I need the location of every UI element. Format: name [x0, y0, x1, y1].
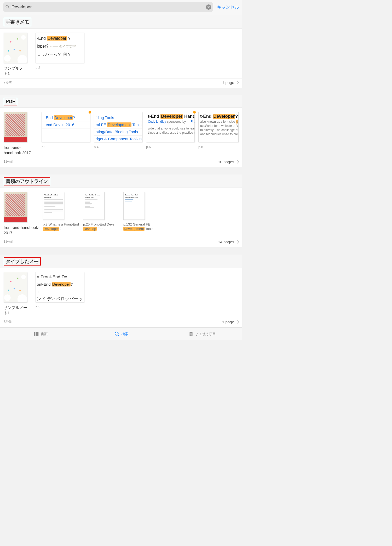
- grid-icon: [33, 331, 39, 337]
- section-label: PDF: [4, 98, 17, 105]
- snippet-page: p.8: [198, 145, 239, 149]
- item-time: 7秒前: [4, 80, 12, 85]
- chevron-right-icon: [236, 240, 239, 244]
- tab-label: 書類: [41, 332, 48, 336]
- badge-dot-icon: [193, 111, 196, 114]
- search-bar: キャンセル: [0, 0, 242, 15]
- result-snippet[interactable]: What Is a Front-End Developer? p.8 What …: [43, 192, 79, 231]
- result-snippet[interactable]: t-End Developer? t-end Dev in 2016 ... p…: [42, 112, 90, 149]
- pdf-title: front-end-handbook-2017: [4, 225, 39, 235]
- pdf-title: front-end-handbook-2017: [4, 145, 38, 155]
- svg-rect-6: [37, 332, 38, 334]
- result-item[interactable]: front-end-handbook-2017: [4, 192, 39, 235]
- snippet-preview: t-End Developer Hand Cody Lindley sponso…: [146, 112, 195, 142]
- result-snippet[interactable]: t-End Developer Hand Cody Lindley sponso…: [146, 112, 195, 149]
- result-snippet[interactable]: t-End Developer? also known as client-si…: [198, 112, 239, 149]
- result-snippet[interactable]: -End Developer ? loper? ←── タイプ文字 ロッパーって…: [36, 33, 84, 70]
- result-item[interactable]: サンプルノート1: [4, 33, 27, 76]
- pdf-thumbnail: [4, 112, 27, 142]
- tab-label: よく使う項目: [195, 332, 216, 336]
- section-label: 手書きメモ: [4, 18, 31, 26]
- page-count: 110 pages: [216, 160, 234, 164]
- page-count: 1 page: [222, 320, 234, 324]
- chevron-right-icon: [236, 160, 239, 164]
- section-footer[interactable]: 11分前 14 pages: [0, 238, 242, 247]
- snippet-page: p.6: [146, 145, 195, 149]
- result-snippet[interactable]: Front-End Developers Develop For... p.25…: [83, 192, 120, 231]
- svg-rect-5: [36, 332, 37, 334]
- svg-rect-9: [37, 334, 38, 336]
- chevron-right-icon: [236, 320, 239, 324]
- snippet-page: p.2: [36, 305, 84, 309]
- svg-rect-8: [36, 334, 37, 336]
- item-time: 11分前: [4, 240, 13, 244]
- result-item[interactable]: front-end-handbook-2017: [4, 112, 38, 155]
- snippet-page: p.4: [94, 145, 142, 149]
- search-field[interactable]: [3, 2, 213, 12]
- section-label: 書類のアウトライン: [4, 177, 50, 185]
- close-icon: [207, 6, 210, 8]
- tab-bar: 書類 検索 よく使う項目: [0, 327, 242, 340]
- chevron-right-icon: [236, 81, 239, 84]
- snippet-preview: t-End Developer? t-end Dev in 2016 ...: [42, 112, 90, 142]
- section-header-pdf: PDF: [0, 95, 242, 108]
- snippet-preview: t-End Developer? also known as client-si…: [198, 112, 239, 142]
- tab-documents[interactable]: 書類: [0, 328, 81, 340]
- search-icon: [5, 5, 10, 9]
- cancel-button[interactable]: キャンセル: [217, 4, 239, 10]
- section-footer[interactable]: 11分前 110 pages: [0, 158, 242, 167]
- item-time: 11分前: [4, 160, 13, 164]
- item-time: 5秒前: [4, 320, 12, 324]
- snippet-caption: p.25 Front-End Devs Develop For...: [83, 222, 120, 231]
- star-bookmark-icon: [188, 331, 194, 337]
- svg-rect-7: [34, 334, 35, 336]
- tab-search[interactable]: 検索: [81, 328, 162, 340]
- page-count: 14 pages: [218, 240, 234, 244]
- snippet-page: p.2: [42, 145, 90, 149]
- clear-search-button[interactable]: [206, 4, 211, 10]
- section-header-outline: 書類のアウトライン: [0, 175, 242, 188]
- svg-point-0: [6, 5, 9, 8]
- snippet-page: p.2: [36, 66, 84, 70]
- result-snippet[interactable]: a Front-End De ont-End Developer? ←── ンド…: [36, 272, 84, 309]
- section-footer[interactable]: 5秒前 1 page: [0, 318, 242, 327]
- snippet-preview: What Is a Front-End Developer?: [43, 192, 64, 220]
- result-snippet[interactable]: General Front-End Development Tools p.13…: [123, 192, 160, 231]
- badge-dot-icon: [88, 111, 91, 114]
- tab-label: 検索: [122, 332, 128, 336]
- svg-line-1: [8, 8, 9, 9]
- snippet-caption: p.132 General FE Development Tools: [123, 222, 160, 231]
- note-title: サンプルノート1: [4, 305, 27, 315]
- search-input[interactable]: [11, 4, 206, 10]
- note-thumbnail: [4, 33, 27, 63]
- section-footer[interactable]: 7秒前 1 page: [0, 78, 242, 88]
- snippet-caption: p.8 What Is a Front-End Developer?: [43, 222, 79, 231]
- section-label: タイプしたメモ: [4, 257, 41, 266]
- note-thumbnail: [4, 272, 27, 302]
- svg-rect-4: [34, 332, 35, 334]
- snippet-preview: a Front-End De ont-End Developer? ←── ンド…: [36, 272, 84, 302]
- section-header-typed: タイプしたメモ: [0, 255, 242, 268]
- search-icon: [114, 331, 120, 337]
- note-title: サンプルノート1: [4, 66, 27, 76]
- pdf-thumbnail: [4, 192, 27, 222]
- result-snippet[interactable]: lding Tools ral FE Development Tools ati…: [94, 112, 142, 149]
- result-item[interactable]: サンプルノート1: [4, 272, 27, 315]
- section-header-handwritten: 手書きメモ: [0, 15, 242, 29]
- svg-line-11: [118, 335, 119, 336]
- svg-point-10: [115, 332, 118, 335]
- tab-favorites[interactable]: よく使う項目: [162, 328, 242, 340]
- page-count: 1 page: [222, 80, 234, 85]
- snippet-preview: lding Tools ral FE Development Tools ati…: [94, 112, 142, 142]
- snippet-preview: General Front-End Development Tools: [123, 192, 145, 220]
- snippet-preview: -End Developer ? loper? ←── タイプ文字 ロッパーって…: [36, 33, 84, 63]
- snippet-preview: Front-End Developers Develop For...: [83, 192, 105, 220]
